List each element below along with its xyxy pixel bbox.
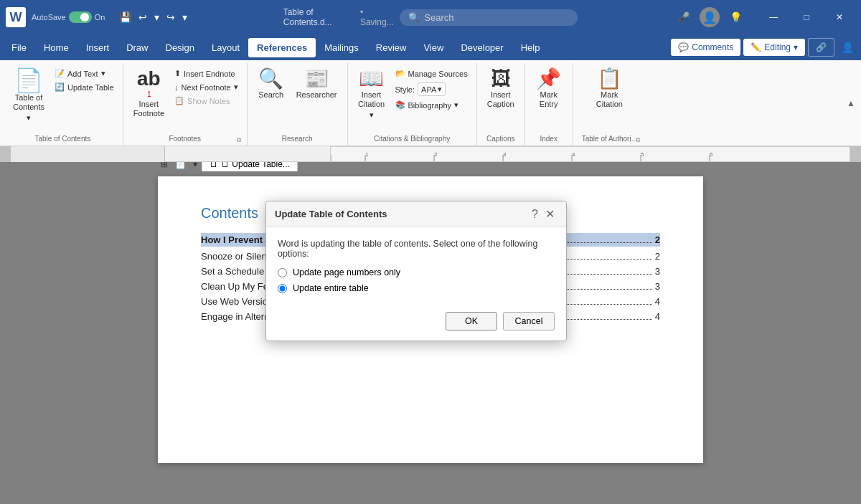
dialog-title: Update Table of Contents bbox=[275, 209, 527, 219]
dialog-description: Word is updating the table of contents. … bbox=[278, 239, 555, 259]
dialog-close-button[interactable]: ✕ bbox=[542, 207, 557, 221]
radio-group: Update page numbers only Update entire t… bbox=[278, 267, 555, 293]
radio-entire-table[interactable]: Update entire table bbox=[278, 283, 555, 293]
radio-page-numbers[interactable]: Update page numbers only bbox=[278, 267, 555, 277]
radio-entire-table-label: Update entire table bbox=[293, 283, 369, 293]
radio-entire-table-input[interactable] bbox=[278, 284, 287, 293]
radio-page-numbers-input[interactable] bbox=[278, 268, 287, 277]
update-toc-dialog: Update Table of Contents ? ✕ Word is upd… bbox=[265, 201, 567, 341]
dialog-ok-button[interactable]: OK bbox=[446, 312, 497, 331]
dialog-overlay: Update Table of Contents ? ✕ Word is upd… bbox=[0, 0, 861, 504]
dialog-footer: OK Cancel bbox=[266, 305, 566, 341]
dialog-body: Word is updating the table of contents. … bbox=[266, 227, 566, 305]
radio-page-numbers-label: Update page numbers only bbox=[293, 267, 400, 277]
dialog-titlebar: Update Table of Contents ? ✕ bbox=[266, 201, 566, 227]
dialog-help-button[interactable]: ? bbox=[527, 208, 542, 221]
dialog-cancel-button[interactable]: Cancel bbox=[503, 312, 555, 331]
